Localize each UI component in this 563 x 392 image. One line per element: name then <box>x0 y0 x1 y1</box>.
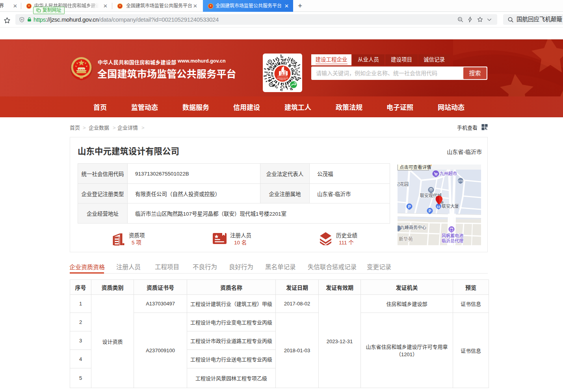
svg-text:公共服务平台: 公共服务平台 <box>279 79 286 81</box>
svg-text:P: P <box>429 209 431 213</box>
svg-text:联安大厦: 联安大厦 <box>442 203 459 209</box>
svg-text:九峰商务中心: 九峰商务中心 <box>400 224 426 230</box>
svg-text:九州超市: 九州超市 <box>440 170 457 176</box>
svg-text:新华苑: 新华苑 <box>399 235 413 242</box>
svg-text:ATM: ATM <box>458 179 463 182</box>
svg-text:临沂总代理: 临沂总代理 <box>442 237 463 244</box>
svg-text:点击可查看详情: 点击可查看详情 <box>399 165 431 170</box>
svg-text:记花园: 记花园 <box>398 181 409 187</box>
svg-text:P: P <box>408 205 411 209</box>
